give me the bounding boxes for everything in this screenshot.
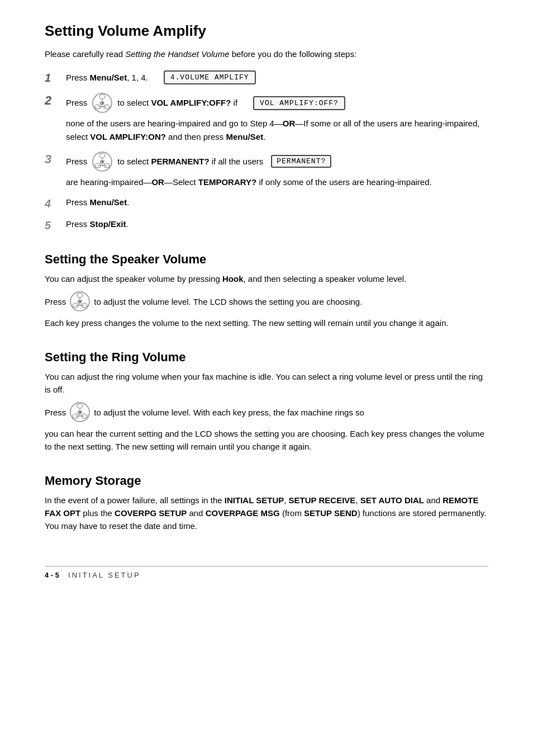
step-5-content: Press Stop/Exit. (66, 218, 488, 231)
step-2-pre: Press (66, 97, 87, 110)
or-icon-section3: or (69, 401, 91, 423)
section3-title: Setting the Ring Volume (45, 350, 488, 365)
svg-point-17 (77, 293, 83, 297)
step-2: 2 Press or to select VOL AMPLIFY:OFF? if… (45, 92, 488, 143)
svg-point-9 (99, 153, 105, 158)
section3-press-text: Press (45, 408, 66, 417)
step-4-content: Press Menu/Set. (66, 196, 488, 209)
step-4-text: Press Menu/Set. (66, 197, 129, 207)
step-3-desc: are hearing-impaired—OR—Select TEMPORARY… (66, 176, 488, 188)
step-2-desc: none of the users are hearing-impaired a… (66, 117, 488, 143)
step-1: 1 Press Menu/Set, 1, 4. 4.VOLUME AMPLIFY (45, 70, 488, 84)
step-2-bold: VOL AMPLIFY:OFF? (151, 98, 231, 107)
step-1-lcd: 4.VOLUME AMPLIFY (164, 70, 256, 84)
section3-press-row: Press or to adjust the volume level. Wit… (45, 401, 488, 423)
step-1-bold: Menu/Set (90, 73, 127, 82)
step-2-text: to select VOL AMPLIFY:OFF? if (117, 97, 237, 110)
section3-press-mid: to adjust the volume level. With each ke… (94, 408, 364, 417)
step-3-text: to select PERMANENT? if all the users (117, 155, 263, 168)
step-1-content: Press Menu/Set, 1, 4. 4.VOLUME AMPLIFY (66, 70, 488, 84)
step-3-pre: Press (66, 155, 87, 168)
svg-text:or: or (78, 299, 82, 304)
footer-label: INITIAL SETUP (68, 571, 141, 579)
intro-text: Please carefully read (45, 49, 123, 59)
step-1-text: Press Menu/Set, 1, 4. (66, 72, 148, 84)
step-2-content: Press or to select VOL AMPLIFY:OFF? if V… (66, 92, 488, 143)
page-title: Setting Volume Amplify (45, 22, 488, 40)
step-2-row: Press or to select VOL AMPLIFY:OFF? if V… (66, 92, 488, 114)
step-2-number: 2 (45, 92, 66, 108)
section2-para2: Each key press changes the volume to the… (45, 316, 488, 329)
section4-title: Memory Storage (45, 474, 488, 488)
section3-para2: you can hear the current setting and the… (45, 427, 488, 453)
step-1-number: 1 (45, 70, 66, 84)
step-4-bold: Menu/Set (90, 197, 127, 207)
step-4-number: 4 (45, 196, 66, 210)
step-3-row: Press or to select PERMANENT? if all the… (66, 151, 488, 172)
svg-text:or: or (78, 409, 82, 415)
step-1-row: Press Menu/Set, 1, 4. 4.VOLUME AMPLIFY (66, 70, 488, 84)
section2-hook: Hook (222, 274, 244, 284)
footer-page-num: 4 - 5 (45, 571, 59, 579)
or-icon-step2: or (92, 92, 113, 114)
step-4: 4 Press Menu/Set. (45, 196, 488, 210)
intro-suffix: before you do the following steps: (232, 49, 356, 59)
step-5: 5 Press Stop/Exit. (45, 218, 488, 232)
section2-para1: You can adjust the speaker volume by pre… (45, 272, 488, 285)
step-5-bold: Stop/Exit (90, 219, 126, 229)
section2-press-text: Press (45, 297, 66, 306)
intro-paragraph: Please carefully read Setting the Handse… (45, 48, 488, 60)
intro-italic: Setting the Handset Volume (125, 49, 229, 59)
step-3-number: 3 (45, 151, 66, 167)
step-3-content: Press or to select PERMANENT? if all the… (66, 151, 488, 188)
step-5-number: 5 (45, 218, 66, 232)
section2-press-row: Press or to adjust the volume level. The… (45, 291, 488, 312)
section3-para1: You can adjust the ring volume when your… (45, 370, 488, 396)
svg-text:or: or (100, 159, 104, 164)
svg-point-1 (99, 94, 105, 99)
section2-title: Setting the Speaker Volume (45, 252, 488, 267)
section4-para: In the event of a power failure, all set… (45, 494, 488, 533)
or-icon-step3: or (92, 151, 113, 172)
step-5-text: Press Stop/Exit. (66, 219, 129, 229)
step-3: 3 Press or to select PERMANENT? if all t… (45, 151, 488, 188)
step-2-lcd: VOL AMPLIFY:OFF? (253, 96, 345, 110)
svg-point-25 (77, 404, 83, 408)
step-3-lcd: PERMANENT? (271, 155, 331, 168)
section2-press-mid: to adjust the volume level. The LCD show… (94, 297, 362, 306)
or-icon-section2: or (69, 291, 91, 312)
svg-text:or: or (100, 100, 104, 106)
step-3-bold: PERMANENT? (151, 157, 209, 166)
